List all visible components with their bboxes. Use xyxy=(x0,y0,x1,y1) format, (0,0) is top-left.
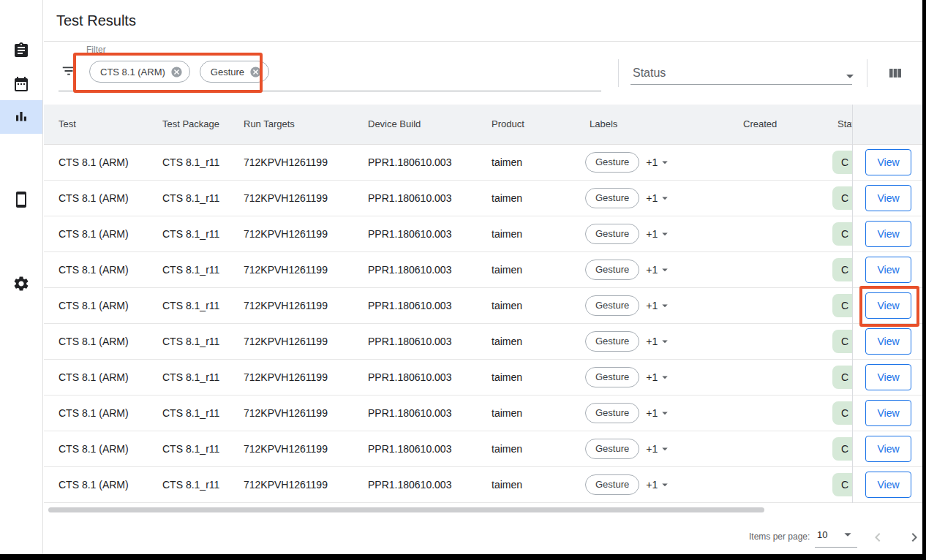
label-chip: Gesture xyxy=(585,152,639,173)
cell-labels: Gesture +1 xyxy=(585,324,671,359)
view-button[interactable]: View xyxy=(865,292,911,319)
view-button[interactable]: View xyxy=(865,328,911,355)
label-chip: Gesture xyxy=(585,224,639,244)
dropdown-arrow-icon xyxy=(658,478,671,491)
view-button[interactable]: View xyxy=(865,221,911,247)
dropdown-arrow-icon[interactable] xyxy=(841,67,859,85)
view-button[interactable]: View xyxy=(865,436,911,462)
cell-device-build: PPR1.180610.003 xyxy=(368,181,451,216)
chevron-left-icon[interactable] xyxy=(869,529,887,546)
sidebar-item-test-plans[interactable] xyxy=(0,34,42,67)
more-labels-dropdown[interactable]: +1 xyxy=(646,396,671,431)
column-header-product: Product xyxy=(492,105,524,144)
items-per-page-select[interactable]: 10 xyxy=(817,529,827,540)
more-labels-dropdown[interactable]: +1 xyxy=(646,324,671,359)
table-row: CTS 8.1 (ARM) CTS 8.1_r11 712KPVH1261199… xyxy=(44,324,922,360)
table-body: CTS 8.1 (ARM) CTS 8.1_r11 712KPVH1261199… xyxy=(44,145,922,503)
view-button[interactable]: View xyxy=(865,257,911,283)
status-select-label: Status xyxy=(633,67,666,80)
dropdown-arrow-icon xyxy=(658,335,671,348)
dropdown-arrow-icon xyxy=(658,156,671,169)
sidebar-item-schedule[interactable] xyxy=(0,67,42,101)
cell-test-package: CTS 8.1_r11 xyxy=(162,324,219,359)
view-button[interactable]: View xyxy=(865,149,911,175)
more-labels-dropdown[interactable]: +1 xyxy=(646,181,671,216)
column-settings-button[interactable] xyxy=(887,64,904,82)
horizontal-scrollbar[interactable] xyxy=(48,507,764,512)
cell-product: taimen xyxy=(492,216,522,251)
test-plans-icon xyxy=(12,42,30,59)
cell-test-package: CTS 8.1_r11 xyxy=(162,216,219,251)
cell-device-build: PPR1.180610.003 xyxy=(368,216,451,251)
more-labels-dropdown[interactable]: +1 xyxy=(646,467,671,502)
filter-list-icon[interactable] xyxy=(61,63,77,79)
view-button[interactable]: View xyxy=(865,364,911,390)
more-labels-dropdown[interactable]: +1 xyxy=(646,145,671,180)
cell-device-build: PPR1.180610.003 xyxy=(368,145,451,180)
cell-labels: Gesture +1 xyxy=(585,467,671,502)
more-labels-dropdown[interactable]: +1 xyxy=(646,216,671,251)
more-labels-dropdown[interactable]: +1 xyxy=(646,252,671,287)
letterbox-right xyxy=(922,0,926,560)
dropdown-arrow-icon xyxy=(658,192,671,205)
cell-status: C xyxy=(832,145,852,180)
cell-labels: Gesture +1 xyxy=(585,252,671,287)
filter-chip-gesture[interactable]: Gesture xyxy=(200,61,269,83)
status-chip: C xyxy=(832,437,852,461)
cell-status: C xyxy=(832,216,852,251)
sidebar-item-test-results[interactable] xyxy=(0,100,42,134)
cell-labels: Gesture +1 xyxy=(585,360,671,395)
cell-labels: Gesture +1 xyxy=(585,288,671,323)
cell-test: CTS 8.1 (ARM) xyxy=(59,324,129,359)
action-column-divider xyxy=(852,105,853,503)
cancel-icon[interactable] xyxy=(249,66,262,78)
cell-run-targets: 712KPVH1261199 xyxy=(244,360,328,395)
cell-test-package: CTS 8.1_r11 xyxy=(162,467,219,502)
cell-test: CTS 8.1 (ARM) xyxy=(59,360,129,395)
cancel-icon[interactable] xyxy=(170,66,183,78)
status-chip: C xyxy=(832,258,852,281)
page-header: Test Results xyxy=(44,0,922,42)
cell-product: taimen xyxy=(492,288,522,323)
cell-test: CTS 8.1 (ARM) xyxy=(59,145,129,180)
sidebar-item-devices[interactable] xyxy=(0,183,42,216)
chevron-right-icon[interactable] xyxy=(906,529,923,546)
cell-status: C xyxy=(832,181,852,216)
test-results-icon xyxy=(12,108,30,126)
cell-run-targets: 712KPVH1261199 xyxy=(244,467,328,502)
cell-labels: Gesture +1 xyxy=(585,181,671,216)
column-header-test-package: Test Package xyxy=(162,105,219,144)
cell-product: taimen xyxy=(492,360,522,395)
status-filter-select[interactable]: Status xyxy=(633,64,894,86)
status-chip: C xyxy=(832,330,852,353)
column-header-created: Created xyxy=(743,105,777,144)
cell-run-targets: 712KPVH1261199 xyxy=(244,216,328,251)
dropdown-arrow-icon xyxy=(658,371,671,384)
sidebar-item-settings[interactable] xyxy=(0,267,42,300)
cell-run-targets: 712KPVH1261199 xyxy=(244,252,328,287)
more-labels-dropdown[interactable]: +1 xyxy=(646,288,671,323)
column-header-status: Status xyxy=(837,105,853,144)
filter-toolbar: Filter CTS 8.1 (ARM) Gesture Status xyxy=(44,42,922,105)
label-chip: Gesture xyxy=(585,331,639,352)
more-labels-dropdown[interactable]: +1 xyxy=(646,360,671,395)
status-chip: C xyxy=(832,186,852,210)
label-chip: Gesture xyxy=(585,439,639,459)
status-chip: C xyxy=(832,401,852,425)
table-row: CTS 8.1 (ARM) CTS 8.1_r11 712KPVH1261199… xyxy=(44,145,922,181)
view-button[interactable]: View xyxy=(865,472,911,498)
more-labels-dropdown[interactable]: +1 xyxy=(646,431,671,466)
filter-chip-label: Gesture xyxy=(211,67,244,77)
filter-input-underline[interactable] xyxy=(59,91,601,91)
view-button[interactable]: View xyxy=(865,185,911,211)
cell-product: taimen xyxy=(492,431,522,466)
column-header-device-build: Device Build xyxy=(368,105,421,144)
cell-status: C xyxy=(832,431,852,466)
cell-test: CTS 8.1 (ARM) xyxy=(59,288,129,323)
toolbar-divider xyxy=(618,59,619,87)
dropdown-arrow-icon[interactable] xyxy=(840,526,856,542)
filter-field-label: Filter xyxy=(86,45,106,55)
letterbox-bottom xyxy=(0,554,926,560)
filter-chip-cts[interactable]: CTS 8.1 (ARM) xyxy=(89,61,190,83)
view-button[interactable]: View xyxy=(865,400,911,426)
